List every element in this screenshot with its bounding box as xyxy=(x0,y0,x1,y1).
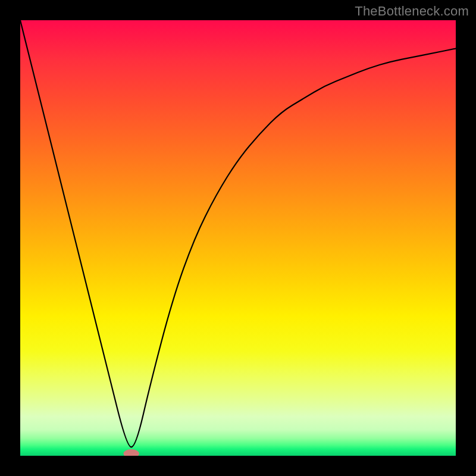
chart-frame: TheBottleneck.com xyxy=(0,0,476,476)
chart-svg xyxy=(20,20,456,456)
plot-area xyxy=(20,20,456,456)
curve-min-marker xyxy=(123,449,139,456)
bottleneck-curve xyxy=(20,20,456,447)
watermark-text: TheBottleneck.com xyxy=(355,4,469,19)
